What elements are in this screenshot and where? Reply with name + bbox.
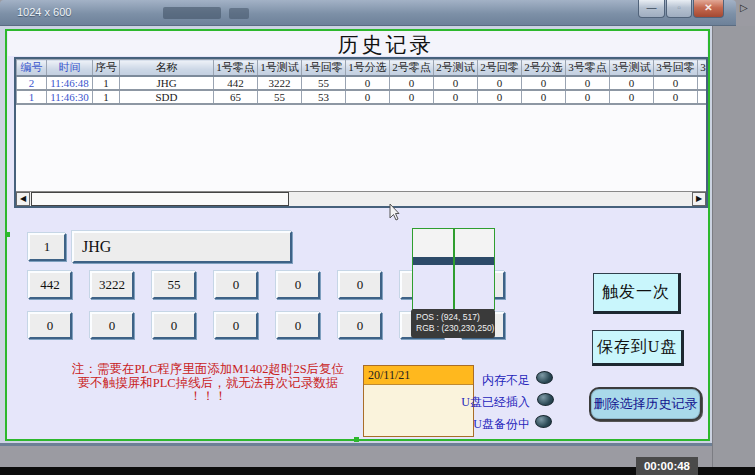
maximize-button[interactable]: ▫ [666, 0, 692, 18]
elapsed-timer: 00:00:48 [636, 457, 698, 475]
cell[interactable]: 0 [654, 90, 698, 104]
col-header[interactable]: 3号零点 [566, 60, 610, 77]
collapse-arrow-icon[interactable]: ▷ [740, 2, 748, 13]
cell[interactable]: 53 [302, 90, 346, 104]
magnifier-crosshair [453, 229, 455, 309]
col-header[interactable]: 2号分选 [522, 60, 566, 77]
redacted-title-text [163, 7, 221, 19]
col-header[interactable]: 2号零点 [390, 60, 434, 77]
cell[interactable] [698, 90, 709, 104]
col-header[interactable]: 1号回零 [302, 60, 346, 77]
value-field[interactable]: 0 [214, 271, 258, 299]
note-line: ！！！ [28, 390, 388, 404]
value-field[interactable]: 0 [338, 312, 382, 339]
col-header[interactable]: 3号回零 [654, 60, 698, 77]
minimize-button[interactable]: — [638, 0, 665, 18]
col-header[interactable]: 1号测试 [258, 60, 302, 77]
history-table: 编号 时间 序号 名称 1号零点 1号测试 1号回零 1号分选 2号零点 2号测… [16, 59, 708, 105]
col-header[interactable]: 3号分选 [698, 60, 709, 77]
color-picker-magnifier [412, 228, 495, 310]
cell[interactable]: 0 [346, 90, 390, 104]
indicator-label: U盘备份中 [438, 416, 530, 433]
plc-warning-note: 注：需要在PLC程序里面添加M1402超时2S后复位 要不触摸屏和PLC掉线后，… [28, 363, 388, 404]
selection-handle[interactable] [354, 437, 359, 442]
cell[interactable]: 11:46:30 [47, 90, 93, 104]
col-header[interactable]: 名称 [120, 60, 214, 77]
sequence-field[interactable]: 1 [28, 233, 66, 261]
value-field[interactable]: 0 [276, 312, 320, 339]
indicator-label: U盘已经插入 [438, 394, 530, 411]
close-button[interactable]: ✕ [693, 0, 724, 18]
scrollbar-thumb[interactable] [31, 192, 289, 206]
page-title: 历史记录 [8, 31, 755, 59]
desktop-right-strip [712, 26, 755, 475]
cell[interactable]: 0 [478, 76, 522, 90]
col-header[interactable]: 2号测试 [434, 60, 478, 77]
cell[interactable]: 0 [566, 76, 610, 90]
cell[interactable]: 0 [610, 90, 654, 104]
table-row[interactable]: 1 11:46:30 1 SDD 65 55 53 0 0 0 0 0 0 0 … [17, 90, 709, 104]
col-header[interactable]: 2号回零 [478, 60, 522, 77]
save-to-usb-button[interactable]: 保存到U盘 [592, 330, 684, 366]
window-titlebar[interactable] [0, 0, 736, 26]
cell[interactable]: 11:46:48 [47, 76, 93, 90]
value-field[interactable]: 0 [90, 312, 134, 339]
window-title: 1024 x 600 [17, 6, 71, 18]
col-header[interactable]: 1号零点 [214, 60, 258, 77]
trigger-once-button[interactable]: 触发一次 [593, 273, 681, 314]
cell[interactable]: 1 [93, 76, 120, 90]
window-bottom-border [0, 443, 712, 446]
cell[interactable]: 0 [654, 76, 698, 90]
name-field[interactable]: JHG [72, 231, 292, 263]
scroll-left-arrow-icon[interactable]: ◀ [16, 192, 30, 206]
cell[interactable]: 0 [610, 76, 654, 90]
cell[interactable]: 55 [258, 90, 302, 104]
usb-inserted-lamp-icon [537, 393, 554, 406]
cell[interactable]: 55 [302, 76, 346, 90]
cell[interactable]: 0 [390, 76, 434, 90]
scroll-right-arrow-icon[interactable]: ▶ [692, 192, 706, 206]
redacted-title-text [229, 8, 249, 19]
value-field[interactable]: 0 [28, 312, 72, 339]
tooltip-rgb: RGB : (230,230,250) [416, 323, 495, 334]
mouse-cursor-icon [386, 203, 400, 223]
cell[interactable]: 0 [434, 90, 478, 104]
col-header[interactable]: 编号 [17, 60, 47, 77]
cell[interactable]: 3222 [258, 76, 302, 90]
cell[interactable]: 0 [346, 76, 390, 90]
col-header[interactable]: 1号分选 [346, 60, 390, 77]
cell[interactable]: 0 [522, 76, 566, 90]
delete-history-button[interactable]: 删除选择历史记录 [589, 387, 702, 421]
value-field[interactable]: 55 [152, 271, 196, 299]
memory-low-lamp-icon [536, 371, 553, 384]
cell[interactable]: 2 [17, 76, 47, 90]
value-field[interactable]: 0 [276, 271, 320, 299]
col-header[interactable]: 3号测试 [610, 60, 654, 77]
table-row[interactable]: 2 11:46:48 1 JHG 442 3222 55 0 0 0 0 0 0… [17, 76, 709, 90]
col-header[interactable]: 序号 [93, 60, 120, 77]
value-field[interactable]: 442 [28, 271, 72, 299]
cell[interactable]: 0 [566, 90, 610, 104]
cell[interactable]: 0 [390, 90, 434, 104]
value-field[interactable]: 0 [152, 312, 196, 339]
usb-backup-lamp-icon [535, 415, 552, 428]
cell[interactable]: 0 [434, 76, 478, 90]
cell[interactable]: 1 [93, 90, 120, 104]
tooltip-pos: POS : (924, 517) [416, 312, 495, 323]
col-header[interactable]: 时间 [47, 60, 93, 77]
cell[interactable]: 442 [214, 76, 258, 90]
cell[interactable]: JHG [120, 76, 214, 90]
cell[interactable]: 0 [522, 90, 566, 104]
cell[interactable]: SDD [120, 90, 214, 104]
cell[interactable]: 1 [17, 90, 47, 104]
selection-handle[interactable] [5, 232, 10, 237]
table-header-row: 编号 时间 序号 名称 1号零点 1号测试 1号回零 1号分选 2号零点 2号测… [17, 60, 709, 77]
note-line: 注：需要在PLC程序里面添加M1402超时2S后复位 [28, 363, 388, 377]
horizontal-scrollbar[interactable]: ◀ ▶ [16, 191, 706, 206]
value-field[interactable]: 0 [214, 312, 258, 339]
value-field[interactable]: 0 [338, 271, 382, 299]
cell[interactable]: 0 [478, 90, 522, 104]
cell[interactable] [698, 76, 709, 90]
value-field[interactable]: 3222 [90, 271, 134, 299]
cell[interactable]: 65 [214, 90, 258, 104]
